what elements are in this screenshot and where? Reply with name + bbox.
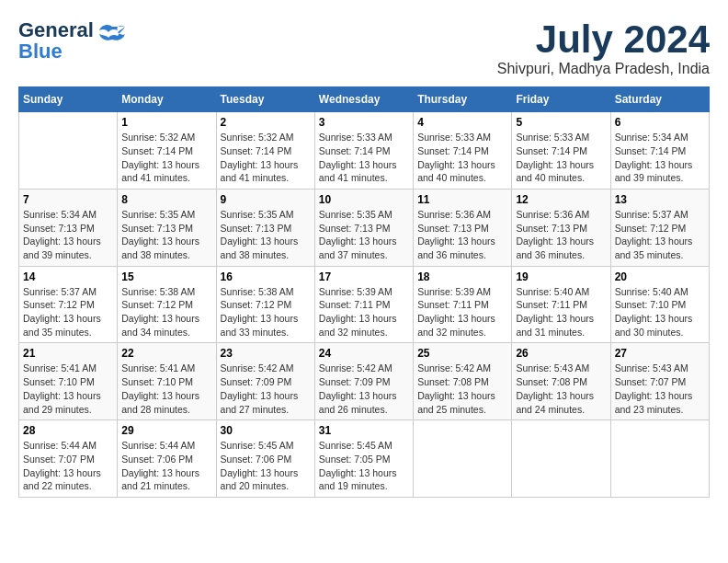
calendar-cell: 30Sunrise: 5:45 AMSunset: 7:06 PMDayligh… [216, 420, 314, 498]
calendar-cell: 3Sunrise: 5:33 AMSunset: 7:14 PMDaylight… [314, 112, 413, 190]
week-row-4: 21Sunrise: 5:41 AMSunset: 7:10 PMDayligh… [19, 343, 710, 420]
location-title: Shivpuri, Madhya Pradesh, India [497, 61, 710, 77]
day-info: Sunrise: 5:43 AMSunset: 7:07 PMDaylight:… [615, 362, 705, 416]
day-info: Sunrise: 5:36 AMSunset: 7:13 PMDaylight:… [516, 208, 606, 262]
logo-bird-icon [99, 23, 125, 43]
calendar-cell: 23Sunrise: 5:42 AMSunset: 7:09 PMDayligh… [216, 343, 314, 420]
calendar-cell: 2Sunrise: 5:32 AMSunset: 7:14 PMDaylight… [216, 112, 314, 190]
calendar-cell [19, 112, 118, 190]
day-number: 15 [121, 270, 211, 283]
calendar-cell: 4Sunrise: 5:33 AMSunset: 7:14 PMDaylight… [414, 112, 512, 190]
day-info: Sunrise: 5:41 AMSunset: 7:10 PMDaylight:… [121, 362, 211, 416]
day-number: 26 [516, 347, 606, 360]
calendar-cell: 1Sunrise: 5:32 AMSunset: 7:14 PMDaylight… [118, 112, 216, 190]
day-number: 23 [221, 347, 311, 360]
calendar-cell: 12Sunrise: 5:36 AMSunset: 7:13 PMDayligh… [512, 189, 610, 266]
calendar-cell: 24Sunrise: 5:42 AMSunset: 7:09 PMDayligh… [314, 343, 413, 420]
logo: General Blue [18, 18, 125, 63]
day-number: 13 [615, 193, 705, 206]
day-number: 29 [121, 424, 211, 437]
day-number: 24 [319, 347, 409, 360]
day-number: 5 [516, 116, 606, 129]
calendar-cell: 16Sunrise: 5:38 AMSunset: 7:12 PMDayligh… [216, 266, 314, 343]
day-number: 6 [615, 116, 705, 129]
day-number: 12 [516, 193, 606, 206]
calendar-cell: 27Sunrise: 5:43 AMSunset: 7:07 PMDayligh… [610, 343, 709, 420]
week-row-3: 14Sunrise: 5:37 AMSunset: 7:12 PMDayligh… [19, 266, 710, 343]
calendar-cell: 25Sunrise: 5:42 AMSunset: 7:08 PMDayligh… [414, 343, 512, 420]
day-number: 14 [23, 270, 113, 283]
day-info: Sunrise: 5:45 AMSunset: 7:06 PMDaylight:… [221, 439, 311, 493]
day-info: Sunrise: 5:40 AMSunset: 7:10 PMDaylight:… [615, 285, 705, 339]
weekday-header-tuesday: Tuesday [216, 87, 314, 112]
calendar-cell: 22Sunrise: 5:41 AMSunset: 7:10 PMDayligh… [118, 343, 216, 420]
day-number: 11 [417, 193, 507, 206]
weekday-header-wednesday: Wednesday [314, 87, 413, 112]
day-info: Sunrise: 5:42 AMSunset: 7:09 PMDaylight:… [319, 362, 409, 416]
weekday-header-sunday: Sunday [19, 87, 118, 112]
day-info: Sunrise: 5:33 AMSunset: 7:14 PMDaylight:… [319, 131, 409, 185]
day-info: Sunrise: 5:39 AMSunset: 7:11 PMDaylight:… [417, 285, 507, 339]
day-info: Sunrise: 5:40 AMSunset: 7:11 PMDaylight:… [516, 285, 606, 339]
day-number: 22 [121, 347, 211, 360]
calendar-cell: 21Sunrise: 5:41 AMSunset: 7:10 PMDayligh… [19, 343, 118, 420]
calendar-cell: 10Sunrise: 5:35 AMSunset: 7:13 PMDayligh… [314, 189, 413, 266]
week-row-1: 1Sunrise: 5:32 AMSunset: 7:14 PMDaylight… [19, 112, 710, 190]
day-number: 1 [121, 116, 211, 129]
calendar-table: SundayMondayTuesdayWednesdayThursdayFrid… [18, 86, 710, 498]
day-number: 4 [417, 116, 507, 129]
day-number: 20 [615, 270, 705, 283]
calendar-cell: 31Sunrise: 5:45 AMSunset: 7:05 PMDayligh… [314, 420, 413, 498]
calendar-cell: 19Sunrise: 5:40 AMSunset: 7:11 PMDayligh… [512, 266, 610, 343]
calendar-cell: 9Sunrise: 5:35 AMSunset: 7:13 PMDaylight… [216, 189, 314, 266]
day-number: 25 [417, 347, 507, 360]
day-info: Sunrise: 5:42 AMSunset: 7:09 PMDaylight:… [221, 362, 311, 416]
day-info: Sunrise: 5:35 AMSunset: 7:13 PMDaylight:… [121, 208, 211, 262]
day-number: 30 [221, 424, 311, 437]
day-number: 31 [319, 424, 409, 437]
logo-general: General [18, 18, 94, 41]
day-info: Sunrise: 5:41 AMSunset: 7:10 PMDaylight:… [23, 362, 113, 416]
week-row-5: 28Sunrise: 5:44 AMSunset: 7:07 PMDayligh… [19, 420, 710, 498]
day-info: Sunrise: 5:37 AMSunset: 7:12 PMDaylight:… [23, 285, 113, 339]
day-number: 19 [516, 270, 606, 283]
calendar-cell [512, 420, 610, 498]
weekday-header-row: SundayMondayTuesdayWednesdayThursdayFrid… [19, 87, 710, 112]
day-number: 10 [319, 193, 409, 206]
calendar-cell: 8Sunrise: 5:35 AMSunset: 7:13 PMDaylight… [118, 189, 216, 266]
day-info: Sunrise: 5:39 AMSunset: 7:11 PMDaylight:… [319, 285, 409, 339]
calendar-cell: 11Sunrise: 5:36 AMSunset: 7:13 PMDayligh… [414, 189, 512, 266]
day-info: Sunrise: 5:32 AMSunset: 7:14 PMDaylight:… [121, 131, 211, 185]
month-title: July 2024 [497, 18, 710, 61]
day-number: 2 [221, 116, 311, 129]
weekday-header-monday: Monday [118, 87, 216, 112]
header: General Blue July 2024 Shivpuri, Madhya … [18, 18, 710, 77]
calendar-cell: 13Sunrise: 5:37 AMSunset: 7:12 PMDayligh… [610, 189, 709, 266]
weekday-header-friday: Friday [512, 87, 610, 112]
day-info: Sunrise: 5:42 AMSunset: 7:08 PMDaylight:… [417, 362, 507, 416]
day-number: 18 [417, 270, 507, 283]
day-number: 21 [23, 347, 113, 360]
day-number: 3 [319, 116, 409, 129]
day-number: 9 [221, 193, 311, 206]
day-number: 28 [23, 424, 113, 437]
weekday-header-saturday: Saturday [610, 87, 709, 112]
day-info: Sunrise: 5:34 AMSunset: 7:14 PMDaylight:… [615, 131, 705, 185]
calendar-cell: 15Sunrise: 5:38 AMSunset: 7:12 PMDayligh… [118, 266, 216, 343]
day-info: Sunrise: 5:44 AMSunset: 7:06 PMDaylight:… [121, 439, 211, 493]
calendar-cell: 14Sunrise: 5:37 AMSunset: 7:12 PMDayligh… [19, 266, 118, 343]
calendar-cell: 17Sunrise: 5:39 AMSunset: 7:11 PMDayligh… [314, 266, 413, 343]
day-info: Sunrise: 5:34 AMSunset: 7:13 PMDaylight:… [23, 208, 113, 262]
day-info: Sunrise: 5:36 AMSunset: 7:13 PMDaylight:… [417, 208, 507, 262]
day-info: Sunrise: 5:37 AMSunset: 7:12 PMDaylight:… [615, 208, 705, 262]
day-info: Sunrise: 5:35 AMSunset: 7:13 PMDaylight:… [319, 208, 409, 262]
day-info: Sunrise: 5:45 AMSunset: 7:05 PMDaylight:… [319, 439, 409, 493]
calendar-cell: 7Sunrise: 5:34 AMSunset: 7:13 PMDaylight… [19, 189, 118, 266]
day-info: Sunrise: 5:32 AMSunset: 7:14 PMDaylight:… [221, 131, 311, 185]
calendar-cell: 6Sunrise: 5:34 AMSunset: 7:14 PMDaylight… [610, 112, 709, 190]
day-number: 27 [615, 347, 705, 360]
calendar-cell [414, 420, 512, 498]
calendar-cell [610, 420, 709, 498]
day-number: 17 [319, 270, 409, 283]
day-info: Sunrise: 5:35 AMSunset: 7:13 PMDaylight:… [221, 208, 311, 262]
